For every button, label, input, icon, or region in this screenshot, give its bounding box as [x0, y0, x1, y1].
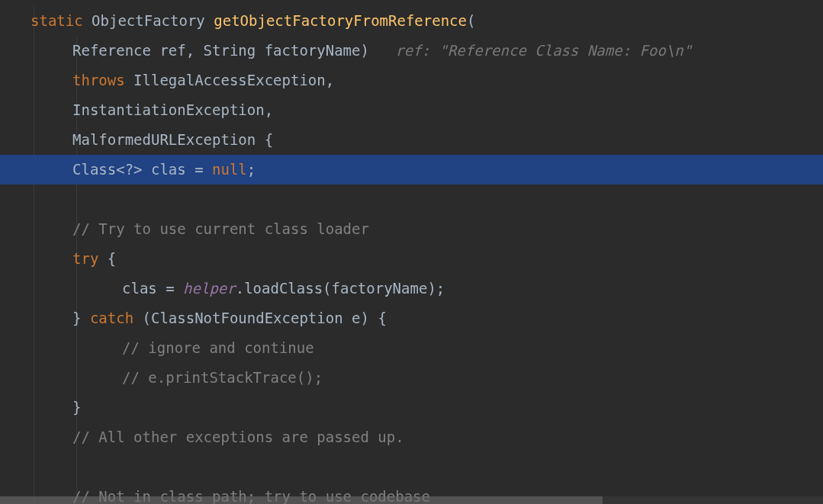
code-line[interactable]: try {: [0, 244, 823, 274]
horizontal-scrollbar-track[interactable]: [0, 496, 823, 504]
code-line[interactable]: // ignore and continue: [0, 333, 823, 363]
keyword-static: static: [31, 12, 83, 29]
comment: // ignore and continue: [122, 339, 314, 356]
comment: // All other exceptions are passed up.: [72, 429, 404, 445]
comment: // Try to use current class loader: [72, 220, 369, 237]
code-line[interactable]: } catch (ClassNotFoundException e) {: [0, 303, 823, 333]
exception-name: IllegalAccessException,: [125, 72, 335, 88]
code-line[interactable]: // e.printStackTrace();: [0, 363, 823, 393]
brace: }: [72, 310, 90, 326]
code-line-empty[interactable]: [0, 185, 823, 214]
method-call: .loadClass(factoryName);: [236, 280, 445, 297]
inlay-hint-value: "Reference Class Name: Foo\n": [439, 42, 692, 59]
code-line[interactable]: }: [0, 393, 823, 422]
brace: {: [98, 250, 116, 267]
assignment: clas =: [122, 280, 183, 297]
code-line[interactable]: InstantiationException,: [0, 95, 823, 125]
code-line[interactable]: throws IllegalAccessException,: [0, 66, 823, 95]
paren-open: (: [467, 12, 475, 29]
keyword-catch: catch: [90, 310, 133, 326]
keyword-try: try: [72, 250, 98, 267]
return-type: ObjectFactory: [92, 12, 205, 29]
method-name: getObjectFactoryFromReference: [214, 12, 467, 29]
code-line[interactable]: // Try to use current class loader: [0, 214, 823, 244]
code-line[interactable]: Reference ref, String factoryName) ref: …: [0, 36, 823, 66]
brace: }: [72, 399, 81, 416]
exception-name: InstantiationException,: [72, 101, 273, 118]
code-line[interactable]: static ObjectFactory getObjectFactoryFro…: [0, 6, 823, 36]
var-declaration: Class<?> clas =: [72, 161, 212, 178]
comment: // e.printStackTrace();: [122, 369, 323, 386]
inlay-hint-label: ref:: [395, 42, 439, 59]
horizontal-scrollbar-thumb[interactable]: [0, 496, 603, 504]
code-line-empty[interactable]: [0, 452, 823, 482]
code-line[interactable]: MalformedURLException {: [0, 125, 823, 155]
code-line[interactable]: clas = helper.loadClass(factoryName);: [0, 274, 823, 303]
field-ref: helper: [183, 280, 236, 297]
param-list: Reference ref, String factoryName): [72, 42, 369, 59]
exception-name: MalformedURLException {: [72, 131, 273, 148]
null-literal: null: [212, 161, 247, 178]
catch-clause: (ClassNotFoundException e) {: [133, 310, 387, 326]
code-line[interactable]: // All other exceptions are passed up.: [0, 422, 823, 452]
keyword-throws: throws: [72, 72, 125, 88]
code-editor[interactable]: static ObjectFactory getObjectFactoryFro…: [0, 0, 823, 504]
semicolon: ;: [247, 161, 256, 178]
code-line-current[interactable]: Class<?> clas = null;: [0, 155, 823, 185]
